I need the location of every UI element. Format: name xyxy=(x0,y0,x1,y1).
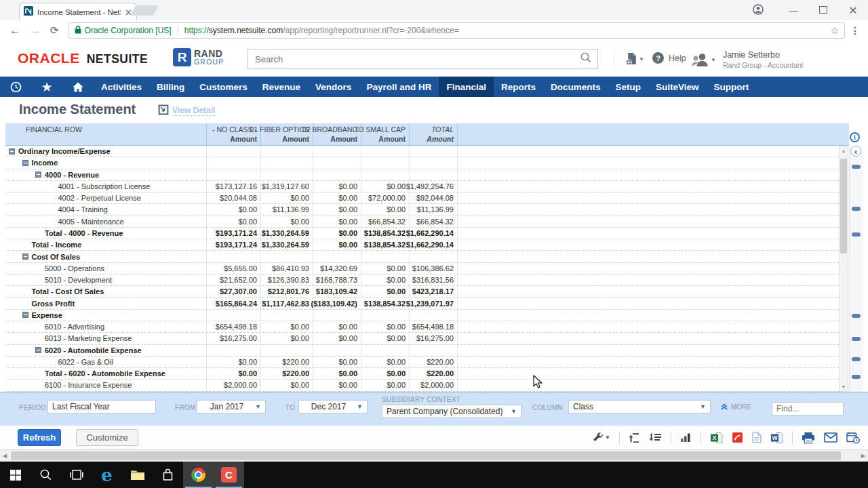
horizontal-scroll-thumb[interactable] xyxy=(11,451,841,460)
scroll-right-icon[interactable]: ▶ xyxy=(861,453,865,459)
export-csv-icon[interactable] xyxy=(752,432,762,443)
refresh-button[interactable]: Refresh xyxy=(18,429,61,446)
drag-handle-icon[interactable] xyxy=(852,375,861,379)
expand-rows-icon[interactable] xyxy=(649,432,662,443)
amount-cell: $1,239,071.97 xyxy=(410,298,458,308)
nav-tab-billing[interactable]: Billing xyxy=(149,77,192,97)
reload-button[interactable]: ⟳ xyxy=(50,25,59,35)
collapse-toggle-icon[interactable] xyxy=(35,347,41,353)
drag-handle-icon[interactable] xyxy=(852,165,861,169)
window-maximize-button[interactable] xyxy=(808,5,838,16)
drag-handle-icon[interactable] xyxy=(852,232,861,237)
drag-handle-icon[interactable] xyxy=(852,337,861,341)
schedule-report-icon[interactable] xyxy=(846,432,860,444)
collapse-rows-icon[interactable] xyxy=(629,432,640,443)
nav-tab-reports[interactable]: Reports xyxy=(494,77,543,97)
start-icon[interactable] xyxy=(0,462,31,488)
row-label[interactable]: Income xyxy=(32,159,58,167)
nav-tab-vendors[interactable]: Vendors xyxy=(308,77,359,97)
store-icon[interactable] xyxy=(153,462,183,488)
window-close-button[interactable]: ✕ xyxy=(838,4,868,17)
row-label[interactable]: 6020 - Automobile Expense xyxy=(45,346,142,354)
help-menu[interactable]: ? Help xyxy=(652,52,686,64)
info-icon[interactable]: i xyxy=(850,132,860,142)
nav-tab-setup[interactable]: Setup xyxy=(608,77,648,97)
user-menu[interactable]: ▼ Jamie Setterbo Rand Group - Accountant xyxy=(690,50,803,70)
view-detail-link[interactable]: View Detail xyxy=(172,106,215,116)
chrome-icon[interactable] xyxy=(183,462,214,488)
recent-icon[interactable] xyxy=(0,77,31,97)
file-explorer-icon[interactable] xyxy=(122,462,153,488)
search-icon[interactable] xyxy=(580,52,592,66)
nav-tab-financial[interactable]: Financial xyxy=(439,77,494,97)
export-excel-icon[interactable]: X xyxy=(710,432,723,444)
nav-tab-payroll-and-hr[interactable]: Payroll and HR xyxy=(359,77,439,97)
scroll-left-icon[interactable]: ◀ xyxy=(3,453,7,459)
drag-handle-icon[interactable] xyxy=(852,207,861,211)
back-button[interactable]: ← xyxy=(9,25,20,36)
taskbar-search-icon[interactable] xyxy=(31,462,61,488)
graph-icon[interactable] xyxy=(680,432,692,443)
home-icon[interactable] xyxy=(62,77,94,97)
create-new-menu[interactable]: ▼ xyxy=(625,52,644,66)
horizontal-scrollbar[interactable]: ◀ ▶ xyxy=(0,449,868,462)
window-minimize-button[interactable]: — xyxy=(778,5,808,16)
amount-cell: $0.00 xyxy=(261,216,313,227)
column-header[interactable]: 02 BROADBANDAmount xyxy=(313,123,361,145)
period-input[interactable] xyxy=(47,400,156,413)
export-pdf-icon[interactable] xyxy=(732,432,743,443)
nav-tab-documents[interactable]: Documents xyxy=(543,77,608,97)
bookmark-star-icon[interactable]: ☆ xyxy=(830,25,839,36)
column-header[interactable]: TOTALAmount xyxy=(410,123,458,145)
vertical-scroll-thumb[interactable] xyxy=(840,159,847,253)
report-row: 4001 - Subscription License$173,127.16$1… xyxy=(5,181,839,192)
print-icon[interactable] xyxy=(802,432,815,444)
row-label[interactable]: Expense xyxy=(32,311,62,319)
address-bar[interactable]: Oracle Corporation [US] | https://system… xyxy=(68,22,845,39)
amount-cell xyxy=(261,345,313,356)
report-row: Cost Of Sales xyxy=(5,251,839,262)
nav-tab-activities[interactable]: Activities xyxy=(94,77,149,97)
column-header[interactable]: 03 SMALL CAPAmount xyxy=(361,123,410,145)
forward-button[interactable]: → xyxy=(30,25,41,36)
nav-tab-revenue[interactable]: Revenue xyxy=(255,77,308,97)
more-options-toggle[interactable]: MORE xyxy=(720,403,751,411)
to-select[interactable]: Dec 2017▼ xyxy=(298,400,368,413)
camtasia-icon[interactable]: C xyxy=(214,462,244,488)
collapse-toggle-icon[interactable] xyxy=(22,312,28,318)
row-label[interactable]: 4000 - Revenue xyxy=(45,171,99,179)
nav-tab-suiteview[interactable]: SuiteView xyxy=(648,77,707,97)
edge-icon[interactable]: e xyxy=(92,462,122,488)
collapse-toggle-icon[interactable] xyxy=(22,160,28,166)
row-label[interactable]: Cost Of Sales xyxy=(32,253,81,261)
browser-menu-icon[interactable]: ⋮ xyxy=(850,25,860,36)
export-word-icon[interactable]: W xyxy=(770,432,783,444)
email-icon[interactable] xyxy=(824,432,837,443)
subsidiary-context-select[interactable]: Parent Company (Consolidated)▼ xyxy=(382,405,521,418)
drag-handle-icon[interactable] xyxy=(852,357,861,361)
drag-handle-icon[interactable] xyxy=(852,314,861,318)
column-select[interactable]: Class▼ xyxy=(568,400,711,413)
nav-tab-support[interactable]: Support xyxy=(707,77,757,97)
scroll-up-icon[interactable]: ▲ xyxy=(840,148,848,153)
row-label[interactable]: Ordinary Income/Expense xyxy=(18,147,111,155)
browser-profile-icon[interactable] xyxy=(738,4,778,17)
new-tab-button[interactable] xyxy=(130,5,159,16)
expand-panel-icon[interactable]: ‹ xyxy=(850,146,861,157)
collapse-toggle-icon[interactable] xyxy=(22,253,28,260)
find-input[interactable] xyxy=(772,402,844,415)
global-search-input[interactable] xyxy=(248,54,580,64)
shortcuts-icon[interactable]: ★ xyxy=(31,77,62,97)
browser-tab[interactable]: Income Statement - NetS ✕ xyxy=(19,3,137,21)
tools-icon[interactable]: ▼ xyxy=(592,432,610,443)
task-view-icon[interactable] xyxy=(61,462,92,488)
scroll-down-icon[interactable]: ▼ xyxy=(840,384,848,389)
collapse-toggle-icon[interactable] xyxy=(9,148,15,155)
from-select[interactable]: Jan 2017▼ xyxy=(197,400,266,413)
collapse-toggle-icon[interactable] xyxy=(35,171,41,178)
amount-cell xyxy=(410,169,458,180)
customize-button[interactable]: Customize xyxy=(76,429,138,446)
financial-row-header[interactable]: FINANCIAL ROW xyxy=(5,123,207,145)
nav-tab-customers[interactable]: Customers xyxy=(192,77,255,97)
vertical-scrollbar[interactable]: ▲ ▼ xyxy=(839,146,848,392)
